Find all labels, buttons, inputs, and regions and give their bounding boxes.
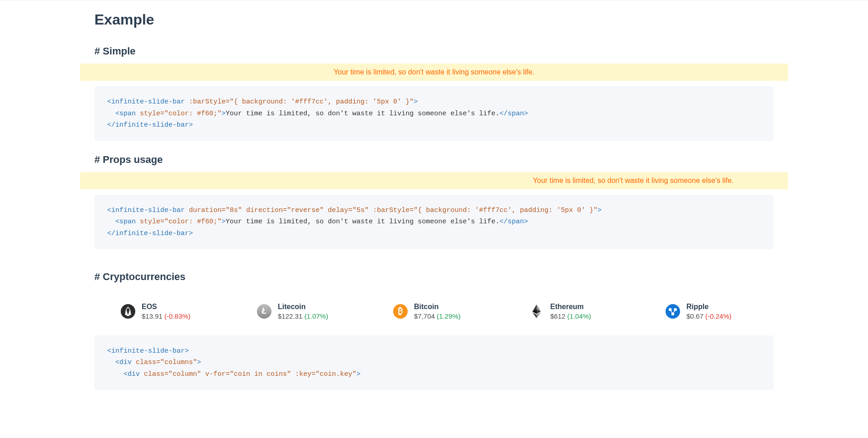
- section-props-heading: # Props usage: [80, 141, 788, 172]
- code-text: "reverse": [287, 207, 324, 214]
- coin-priceline: $0.67 (-0.24%): [686, 312, 731, 321]
- code-text: delay=: [324, 207, 352, 214]
- code-text: "5s": [352, 207, 369, 214]
- code-text: <infinite-slide-bar: [107, 207, 185, 214]
- page-title: Example: [80, 0, 788, 33]
- eos-icon: [121, 304, 135, 319]
- coin-change: (1.04%): [567, 312, 592, 320]
- code-text: :key=: [291, 370, 316, 378]
- coin-ltc: ŁLitecoin$122.31 (1.07%): [257, 302, 339, 321]
- coin-priceline: $612 (1.04%): [550, 312, 591, 321]
- xrp-icon: [666, 304, 680, 319]
- code-text: "{ background: '#fff7cc', padding: '5px …: [230, 98, 414, 106]
- section-simple-heading: # Simple: [80, 33, 788, 64]
- code-text: <div: [107, 370, 140, 378]
- coin-name: Litecoin: [278, 302, 328, 312]
- code-text: </span>: [499, 218, 528, 226]
- coin-info: Litecoin$122.31 (1.07%): [278, 302, 328, 321]
- coin-name: Ripple: [686, 302, 731, 312]
- code-text: "column": [168, 370, 201, 378]
- coin-priceline: $13.91 (-0.83%): [142, 312, 191, 321]
- code-text: :barStyle=: [369, 207, 414, 214]
- coin-priceline: $122.31 (1.07%): [278, 312, 328, 321]
- coin-info: Ripple$0.67 (-0.24%): [686, 302, 731, 321]
- code-block-crypto: <infinite-slide-bar> <div class="columns…: [94, 335, 774, 390]
- code-text: style=: [136, 218, 164, 226]
- code-text: "coin in coins": [230, 370, 291, 378]
- code-text: >: [197, 359, 201, 366]
- code-text: class=: [140, 370, 168, 378]
- code-text: <infinite-slide-bar>: [107, 347, 189, 355]
- code-text: "color: #f60;": [164, 110, 222, 118]
- code-text: >: [356, 370, 360, 378]
- coin-price: $0.67: [686, 312, 704, 320]
- coin-info: Bitcoin$7,704 (1.29%): [414, 302, 461, 321]
- coin-eth: Ethereum$612 (1.04%): [529, 302, 611, 321]
- coin-btc: ₿Bitcoin$7,704 (1.29%): [393, 302, 475, 321]
- page-container: Example # Simple Your time is limited, s…: [80, 0, 788, 408]
- coin-change: (1.07%): [304, 312, 328, 320]
- code-text: >: [222, 218, 226, 226]
- code-text: v-for=: [201, 370, 230, 378]
- code-text: "{ background: '#fff7cc', padding: '5px …: [414, 207, 597, 214]
- coin-change: (1.29%): [437, 312, 461, 320]
- code-text: style=: [136, 110, 164, 118]
- coin-name: Bitcoin: [414, 302, 461, 312]
- code-text: <div: [107, 359, 132, 366]
- code-block-props: <infinite-slide-bar duration="8s" direct…: [94, 195, 774, 250]
- code-text: </infinite-slide-bar>: [107, 121, 193, 129]
- coin-xrp: Ripple$0.67 (-0.24%): [666, 302, 747, 321]
- coin-name: Ethereum: [550, 302, 591, 312]
- code-text: "columns": [160, 359, 197, 366]
- code-text: class=: [132, 359, 160, 366]
- slide-bar-text: Your time is limited, so don't waste it …: [533, 177, 734, 185]
- code-text: "color: #f60;": [164, 218, 222, 226]
- section-crypto-heading: # Cryptocurrencies: [80, 249, 788, 289]
- crypto-ticker-row: EOS$13.91 (-0.83%)ŁLitecoin$122.31 (1.07…: [80, 289, 788, 330]
- code-text: </infinite-slide-bar>: [107, 230, 193, 237]
- code-text: :barStyle=: [185, 98, 230, 106]
- code-text: "coin.key": [316, 370, 356, 378]
- code-text: </span>: [499, 110, 528, 118]
- coin-name: EOS: [142, 302, 191, 312]
- code-text: >: [414, 98, 418, 106]
- coin-priceline: $7,704 (1.29%): [414, 312, 461, 321]
- code-text: "8s": [226, 207, 242, 214]
- eth-icon: [529, 304, 544, 319]
- code-text: <span: [107, 218, 136, 226]
- code-text: duration=: [185, 207, 226, 214]
- coin-change: (-0.83%): [164, 312, 191, 320]
- code-text: Your time is limited, so don't waste it …: [226, 110, 499, 118]
- slide-bar-props: Your time is limited, so don't waste it …: [80, 172, 788, 189]
- coin-eos: EOS$13.91 (-0.83%): [121, 302, 202, 321]
- code-text: >: [597, 207, 602, 214]
- ltc-icon: Ł: [257, 304, 271, 319]
- code-text: direction=: [242, 207, 287, 214]
- code-text: >: [222, 110, 226, 118]
- slide-bar-simple: Your time is limited, so don't waste it …: [80, 64, 788, 81]
- code-text: <span: [107, 110, 136, 118]
- coin-change: (-0.24%): [705, 312, 732, 320]
- coin-price: $7,704: [414, 312, 435, 320]
- slide-bar-text: Your time is limited, so don't waste it …: [334, 68, 534, 76]
- coin-price: $122.31: [278, 312, 302, 320]
- code-block-simple: <infinite-slide-bar :barStyle="{ backgro…: [94, 86, 774, 141]
- coin-price: $13.91: [142, 312, 163, 320]
- code-text: <infinite-slide-bar: [107, 98, 185, 106]
- code-text: Your time is limited, so don't waste it …: [226, 218, 499, 226]
- btc-icon: ₿: [393, 304, 408, 319]
- coin-info: EOS$13.91 (-0.83%): [142, 302, 191, 321]
- coin-info: Ethereum$612 (1.04%): [550, 302, 591, 321]
- coin-price: $612: [550, 312, 565, 320]
